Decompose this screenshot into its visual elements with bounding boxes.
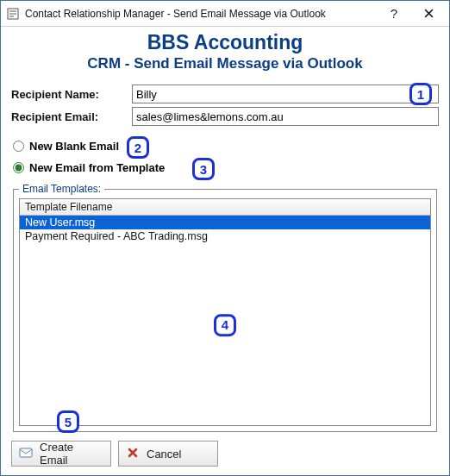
callout-4: 4: [214, 314, 236, 336]
create-email-button[interactable]: Create Email: [11, 441, 111, 467]
recipient-email-label: Recipient Email:: [11, 110, 132, 123]
callout-2: 2: [127, 136, 149, 159]
templates-body[interactable]: New User.msg Payment Required - ABC Trad…: [20, 216, 430, 425]
list-item[interactable]: Payment Required - ABC Trading.msg: [20, 229, 430, 243]
brand-title: BBS Accounting: [11, 32, 439, 53]
option-template-row: New Email from Template 3: [11, 161, 439, 174]
help-button[interactable]: ?: [377, 2, 411, 26]
option-blank-radio[interactable]: [13, 141, 24, 152]
close-button[interactable]: [411, 2, 446, 26]
recipient-email-row: Recipient Email:: [11, 107, 439, 126]
recipient-name-input[interactable]: [132, 85, 439, 103]
templates-group: Email Templates: Template Filename New U…: [13, 183, 437, 432]
mail-icon: [19, 446, 33, 462]
option-template-radio[interactable]: [13, 162, 24, 173]
recipient-name-label: Recipient Name:: [11, 88, 132, 101]
svg-rect-1: [20, 448, 32, 457]
templates-header[interactable]: Template Filename: [20, 199, 430, 216]
option-blank-row: New Blank Email 2: [11, 140, 439, 153]
cancel-label: Cancel: [147, 448, 181, 460]
recipient-name-row: Recipient Name: 1: [11, 85, 439, 103]
window-title: Contact Relationship Manager - Send Emai…: [25, 8, 326, 20]
app-icon: [6, 7, 20, 21]
cancel-button[interactable]: Cancel: [118, 441, 218, 467]
option-blank-label[interactable]: New Blank Email: [29, 140, 119, 153]
brand-subtitle: CRM - Send Email Message via Outlook: [11, 55, 439, 72]
templates-legend: Email Templates:: [19, 183, 104, 195]
dialog-body: BBS Accounting CRM - Send Email Message …: [1, 27, 449, 475]
dialog-window: Contact Relationship Manager - Send Emai…: [0, 0, 450, 476]
create-email-label: Create Email: [40, 441, 103, 467]
title-bar[interactable]: Contact Relationship Manager - Send Emai…: [1, 1, 449, 27]
recipient-email-input[interactable]: [132, 107, 439, 126]
option-template-label[interactable]: New Email from Template: [29, 161, 165, 174]
button-row: Create Email Cancel: [11, 441, 439, 467]
list-item[interactable]: New User.msg: [20, 216, 430, 229]
templates-list[interactable]: Template Filename New User.msg Payment R…: [19, 198, 431, 426]
cancel-icon: [126, 446, 140, 462]
callout-3: 3: [192, 158, 215, 180]
